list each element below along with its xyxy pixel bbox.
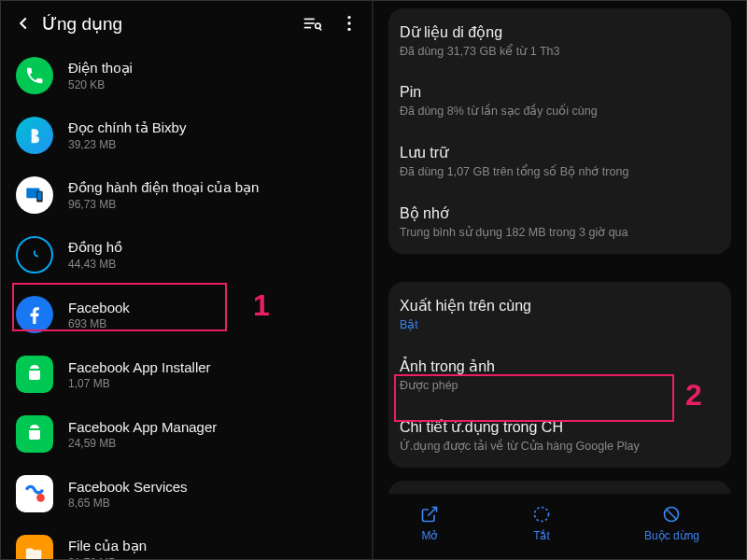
force-stop-button[interactable]: Buộc dừng [644, 505, 699, 542]
list-item[interactable]: Đồng hành điện thoại của bạn96,73 MB [1, 165, 372, 225]
fb-services-icon [16, 475, 53, 512]
app-detail-pane: Dữ liệu di động Đã dùng 31,73 GB kể từ 1… [374, 1, 746, 559]
svg-point-7 [347, 28, 350, 31]
settings-sub: Được phép [400, 378, 720, 392]
more-icon[interactable] [334, 8, 364, 38]
settings-item-battery[interactable]: Pin Đã dùng 8% từ lần sạc đầy cuối cùng [388, 71, 731, 131]
app-size: 8,65 MB [68, 497, 357, 510]
disable-button[interactable]: Tắt [532, 505, 551, 542]
settings-title: Ảnh trong ảnh [400, 357, 720, 375]
bottom-actions: Mở Tắt Buộc dừng [374, 494, 746, 559]
svg-point-15 [534, 508, 548, 522]
step-1-label: 1 [253, 288, 270, 323]
settings-sub: Đã dùng 8% từ lần sạc đầy cuối cùng [400, 104, 720, 118]
back-button[interactable] [8, 8, 38, 38]
settings-title: Pin [400, 84, 720, 101]
facebook-icon [16, 296, 53, 333]
phone-icon [16, 57, 53, 94]
settings-item-appear-top[interactable]: Xuất hiện trên cùng Bật [388, 284, 731, 344]
disable-label: Tắt [533, 529, 550, 542]
settings-item-store-details[interactable]: Chi tiết ứ.dụng trong CH Ứ.dụng được tải… [388, 405, 731, 466]
app-size: 44,43 MB [68, 258, 357, 271]
android-icon [16, 415, 53, 453]
svg-line-17 [667, 510, 676, 519]
svg-line-12 [35, 255, 38, 257]
app-name: Đồng hành điện thoại của bạn [68, 179, 357, 196]
open-button[interactable]: Mở [420, 505, 439, 542]
settings-item-memory[interactable]: Bộ nhớ Trung bình sử dụng 182 MB trong 3… [388, 191, 731, 252]
android-icon [16, 356, 53, 393]
list-item[interactable]: Đồng hồ44,43 MB [1, 225, 372, 285]
settings-title: Dữ liệu di động [400, 23, 720, 41]
apps-list-pane: Ứng dụng Điện thoại520 KB Đọc chính tả B… [1, 1, 374, 559]
app-size: 31,78 MB [68, 556, 357, 559]
settings-title: Chi tiết ứ.dụng trong CH [400, 418, 720, 436]
settings-title: Lưu trữ [400, 144, 720, 161]
app-name: Facebook [68, 300, 357, 315]
settings-title: Xuất hiện trên cùng [400, 297, 720, 315]
list-item[interactable]: Facebook App Manager24,59 MB [1, 404, 372, 464]
app-name: Facebook Services [68, 479, 357, 495]
list-item[interactable]: Facebook Services8,65 MB [1, 464, 372, 524]
app-name: Đồng hồ [68, 239, 357, 256]
app-size: 24,59 MB [68, 437, 357, 450]
page-title: Ứng dụng [42, 13, 297, 35]
settings-sub: Bật [400, 317, 720, 331]
app-size: 39,23 MB [68, 138, 357, 151]
list-item[interactable]: Đọc chính tả Bixby39,23 MB [1, 105, 372, 165]
app-name: Facebook App Manager [68, 419, 357, 435]
force-stop-label: Buộc dừng [644, 529, 699, 542]
settings-sub: Ứ.dụng được tải về từ Cửa hàng Google Pl… [400, 439, 720, 453]
clock-icon [16, 236, 53, 273]
svg-point-5 [347, 16, 350, 19]
folder-icon [16, 535, 53, 559]
phone-companion-icon [16, 176, 53, 214]
open-label: Mở [421, 529, 437, 542]
bixby-icon [16, 117, 53, 154]
app-name: Điện thoại [68, 60, 357, 77]
settings-sub: Trung bình sử dụng 182 MB trong 3 giờ qu… [400, 225, 720, 239]
list-item[interactable]: Facebook App Installer1,07 MB [1, 344, 372, 404]
settings-item-pip[interactable]: Ảnh trong ảnh Được phép [388, 344, 731, 405]
settings-sub: Đã dùng 1,07 GB trên tổng số Bộ nhớ tron… [400, 164, 720, 178]
svg-point-6 [347, 21, 350, 24]
svg-rect-10 [37, 192, 41, 201]
step-2-label: 2 [685, 378, 702, 413]
app-size: 96,73 MB [68, 198, 357, 211]
list-item[interactable]: Điện thoại520 KB [1, 46, 372, 105]
header: Ứng dụng [1, 1, 372, 46]
app-name: Đọc chính tả Bixby [68, 119, 357, 136]
search-filter-icon[interactable] [297, 8, 327, 38]
app-size: 693 MB [68, 317, 357, 330]
svg-point-3 [316, 23, 321, 29]
app-name: Facebook App Installer [68, 359, 357, 375]
settings-item-storage[interactable]: Lưu trữ Đã dùng 1,07 GB trên tổng số Bộ … [388, 131, 731, 191]
settings-title: Bộ nhớ [400, 204, 720, 222]
svg-line-14 [428, 508, 436, 516]
settings-item-mobile-data[interactable]: Dữ liệu di động Đã dùng 31,73 GB kể từ 1… [388, 10, 731, 71]
svg-line-4 [319, 29, 321, 31]
list-item[interactable]: File của bạn31,78 MB [1, 524, 372, 559]
app-name: File của bạn [68, 538, 357, 554]
list-item[interactable]: Facebook693 MB [1, 285, 372, 344]
svg-point-13 [36, 494, 45, 502]
settings-sub: Đã dùng 31,73 GB kể từ 1 Th3 [400, 44, 720, 58]
app-size: 520 KB [68, 78, 357, 91]
app-size: 1,07 MB [68, 377, 357, 390]
